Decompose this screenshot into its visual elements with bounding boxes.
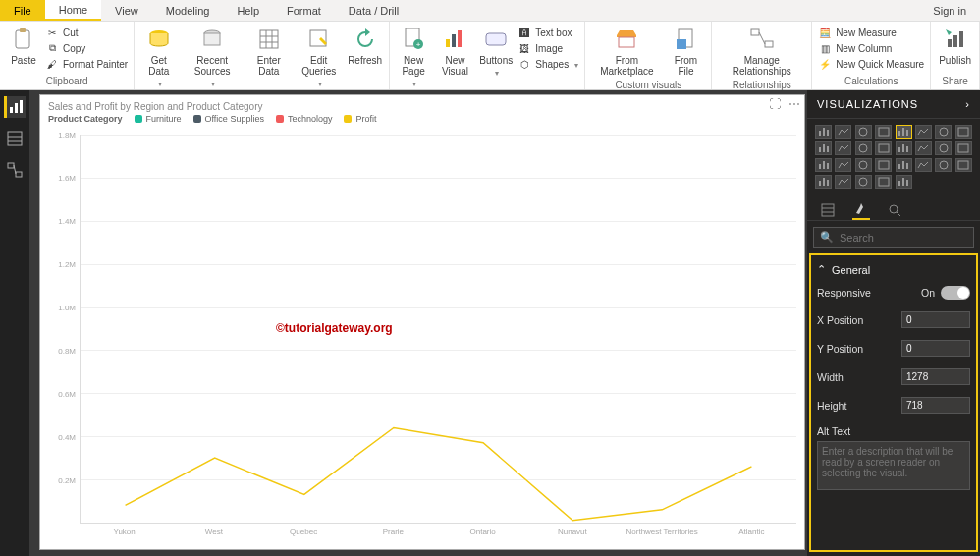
watermark: ©tutorialgateway.org [276, 321, 393, 335]
viz-type-0[interactable] [815, 125, 832, 139]
viz-type-9[interactable] [835, 141, 851, 155]
buttons-button[interactable]: Buttons [476, 24, 516, 80]
new-quick-measure-button[interactable]: ⚡New Quick Measure [818, 57, 924, 71]
viz-type-24[interactable] [815, 175, 832, 189]
view-switcher [0, 90, 29, 556]
recent-sources-button[interactable]: Recent Sources [180, 24, 245, 90]
viz-type-28[interactable] [896, 175, 912, 189]
analytics-tab[interactable] [886, 200, 903, 220]
viz-type-20[interactable] [896, 158, 912, 172]
group-label-calculations: Calculations [816, 75, 926, 87]
viz-type-8[interactable] [815, 141, 832, 155]
viz-type-2[interactable] [855, 125, 872, 139]
search-box[interactable]: 🔍 [813, 227, 974, 248]
height-label: Height [817, 400, 846, 412]
model-view-button[interactable] [4, 159, 26, 181]
collapse-panel-icon[interactable]: › [965, 98, 970, 110]
svg-rect-37 [823, 128, 825, 136]
svg-rect-51 [898, 147, 900, 152]
viz-type-6[interactable] [935, 125, 952, 139]
viz-type-1[interactable] [835, 125, 851, 139]
get-data-button[interactable]: Get Data [138, 24, 179, 90]
new-visual-button[interactable]: New Visual [434, 24, 477, 79]
new-page-button[interactable]: +New Page [394, 24, 434, 90]
svg-rect-46 [819, 147, 821, 152]
new-column-button[interactable]: ▥New Column [818, 41, 924, 55]
x-tick: West [169, 528, 258, 541]
svg-rect-17 [486, 33, 506, 45]
publish-button[interactable]: Publish [935, 24, 975, 68]
viz-type-18[interactable] [855, 158, 872, 172]
viz-type-7[interactable] [955, 125, 972, 139]
svg-rect-20 [677, 39, 686, 49]
report-view-button[interactable] [4, 96, 26, 118]
viz-type-5[interactable] [915, 125, 932, 139]
tab-file[interactable]: File [0, 0, 45, 21]
enter-data-button[interactable]: Enter Data [245, 24, 293, 79]
viz-type-23[interactable] [955, 158, 972, 172]
format-painter-button[interactable]: 🖌Format Painter [45, 57, 128, 71]
viz-type-11[interactable] [875, 141, 892, 155]
viz-type-12[interactable] [896, 141, 912, 155]
viz-type-4[interactable] [896, 125, 912, 139]
alt-text-input[interactable] [817, 441, 970, 490]
responsive-toggle[interactable] [941, 286, 970, 300]
visualizations-panel: VISUALIZATIONS › 🔍 ⌃General Responsive O… [807, 90, 980, 556]
from-marketplace-button[interactable]: From Marketplace [589, 24, 664, 79]
from-file-button[interactable]: From File [665, 24, 708, 79]
viz-type-3[interactable] [875, 125, 892, 139]
viz-type-27[interactable] [875, 175, 892, 189]
viz-type-13[interactable] [915, 141, 932, 155]
sign-in[interactable]: Sign in [919, 0, 980, 21]
edit-queries-button[interactable]: Edit Queries [293, 24, 346, 90]
svg-rect-27 [10, 107, 13, 113]
copy-button[interactable]: ⧉Copy [45, 41, 128, 55]
chart-visual[interactable]: ⛶ ⋯ Sales and Profit by Region and Produ… [39, 94, 805, 550]
image-button[interactable]: 🖼Image [517, 41, 578, 55]
tab-home[interactable]: Home [45, 0, 101, 21]
group-label-share: Share [935, 75, 975, 87]
viz-type-15[interactable] [955, 141, 972, 155]
viz-type-21[interactable] [915, 158, 932, 172]
textbox-icon: 🅰 [517, 26, 531, 39]
publish-icon [942, 26, 969, 53]
more-options-icon[interactable]: ⋯ [789, 97, 800, 111]
viz-type-16[interactable] [815, 158, 832, 172]
panel-title: VISUALIZATIONS [817, 98, 918, 110]
paste-button[interactable]: Paste [4, 24, 43, 68]
y-position-input[interactable] [901, 340, 970, 357]
search-input[interactable] [840, 232, 975, 244]
viz-type-14[interactable] [935, 141, 952, 155]
refresh-button[interactable]: Refresh [346, 24, 385, 68]
new-measure-button[interactable]: 🧮New Measure [818, 26, 924, 39]
tab-modeling[interactable]: Modeling [152, 0, 224, 21]
report-canvas: ⛶ ⋯ Sales and Profit by Region and Produ… [29, 90, 807, 556]
viz-type-25[interactable] [835, 175, 851, 189]
textbox-button[interactable]: 🅰Text box [517, 26, 578, 39]
svg-rect-0 [16, 30, 29, 48]
new-visual-icon [441, 26, 468, 53]
format-tab[interactable] [852, 200, 870, 220]
tab-format[interactable]: Format [273, 0, 335, 21]
svg-point-39 [859, 128, 867, 136]
x-position-input[interactable] [901, 311, 970, 328]
viz-type-26[interactable] [855, 175, 872, 189]
manage-relationships-button[interactable]: Manage Relationships [716, 24, 807, 79]
width-input[interactable] [901, 368, 970, 385]
viz-type-10[interactable] [855, 141, 872, 155]
tab-view[interactable]: View [101, 0, 152, 21]
svg-rect-61 [898, 164, 900, 169]
tab-help[interactable]: Help [223, 0, 273, 21]
viz-type-19[interactable] [875, 158, 892, 172]
height-input[interactable] [901, 397, 970, 414]
focus-mode-icon[interactable]: ⛶ [769, 97, 781, 111]
cut-button[interactable]: ✂Cut [45, 26, 128, 39]
general-section-header[interactable]: ⌃General [815, 259, 972, 280]
fields-tab[interactable] [819, 200, 837, 220]
viz-type-17[interactable] [835, 158, 851, 172]
viz-type-22[interactable] [935, 158, 952, 172]
data-view-button[interactable] [4, 128, 26, 149]
svg-rect-41 [898, 131, 900, 136]
shapes-button[interactable]: ⬡Shapes [517, 57, 578, 71]
tab-datadrill[interactable]: Data / Drill [335, 0, 412, 21]
